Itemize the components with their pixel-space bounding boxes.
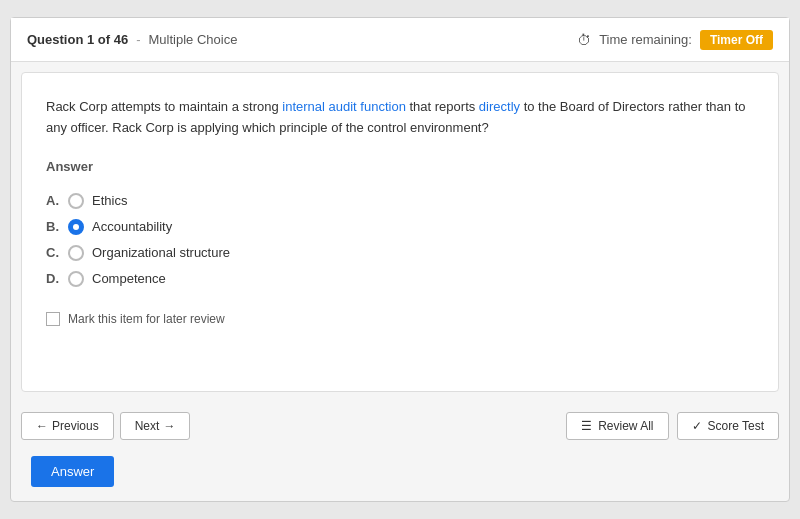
option-c-radio[interactable] bbox=[68, 245, 84, 261]
score-test-label: Score Test bbox=[708, 419, 764, 433]
content-area: Rack Corp attempts to maintain a strong … bbox=[21, 72, 779, 392]
next-label: Next bbox=[135, 419, 160, 433]
question-type: Multiple Choice bbox=[148, 32, 237, 47]
next-arrow-icon: → bbox=[163, 419, 175, 433]
next-button[interactable]: Next → bbox=[120, 412, 191, 440]
review-checkbox[interactable] bbox=[46, 312, 60, 326]
footer-right-buttons: ☰ Review All ✓ Score Test bbox=[566, 412, 779, 440]
list-icon: ☰ bbox=[581, 419, 592, 433]
header-left: Question 1 of 46 - Multiple Choice bbox=[27, 32, 237, 47]
options-list: A. Ethics B. Accountability C. Organizat… bbox=[46, 188, 754, 292]
answer-button[interactable]: Answer bbox=[31, 456, 114, 487]
time-remaining-label: Time remaining: bbox=[599, 32, 692, 47]
quiz-container: Question 1 of 46 - Multiple Choice ⏱ Tim… bbox=[10, 17, 790, 502]
clock-icon: ⏱ bbox=[577, 32, 591, 48]
option-a-letter: A. bbox=[46, 193, 68, 208]
review-checkbox-label: Mark this item for later review bbox=[68, 312, 225, 326]
option-d-letter: D. bbox=[46, 271, 68, 286]
quiz-header: Question 1 of 46 - Multiple Choice ⏱ Tim… bbox=[11, 18, 789, 62]
option-d-radio[interactable] bbox=[68, 271, 84, 287]
option-c[interactable]: C. Organizational structure bbox=[46, 240, 754, 266]
option-b-radio[interactable] bbox=[68, 219, 84, 235]
review-all-button[interactable]: ☰ Review All bbox=[566, 412, 668, 440]
option-b-text: Accountability bbox=[92, 219, 172, 234]
footer-left-buttons: ← Previous Next → bbox=[21, 412, 190, 440]
review-all-label: Review All bbox=[598, 419, 653, 433]
separator: - bbox=[136, 32, 140, 47]
previous-button[interactable]: ← Previous bbox=[21, 412, 114, 440]
option-a[interactable]: A. Ethics bbox=[46, 188, 754, 214]
check-icon: ✓ bbox=[692, 419, 702, 433]
bottom-row: Answer bbox=[11, 452, 789, 501]
question-text: Rack Corp attempts to maintain a strong … bbox=[46, 97, 754, 139]
option-d[interactable]: D. Competence bbox=[46, 266, 754, 292]
header-right: ⏱ Time remaining: Timer Off bbox=[577, 30, 773, 50]
footer-nav: ← Previous Next → ☰ Review All ✓ Score T… bbox=[11, 402, 789, 452]
review-checkbox-row: Mark this item for later review bbox=[46, 312, 754, 326]
answer-section-label: Answer bbox=[46, 159, 754, 174]
option-d-text: Competence bbox=[92, 271, 166, 286]
previous-arrow-icon: ← bbox=[36, 419, 48, 433]
previous-label: Previous bbox=[52, 419, 99, 433]
score-test-button[interactable]: ✓ Score Test bbox=[677, 412, 779, 440]
question-label: Question 1 of 46 bbox=[27, 32, 128, 47]
option-c-letter: C. bbox=[46, 245, 68, 260]
option-b[interactable]: B. Accountability bbox=[46, 214, 754, 240]
timer-button[interactable]: Timer Off bbox=[700, 30, 773, 50]
option-a-radio[interactable] bbox=[68, 193, 84, 209]
option-a-text: Ethics bbox=[92, 193, 127, 208]
option-b-letter: B. bbox=[46, 219, 68, 234]
option-c-text: Organizational structure bbox=[92, 245, 230, 260]
